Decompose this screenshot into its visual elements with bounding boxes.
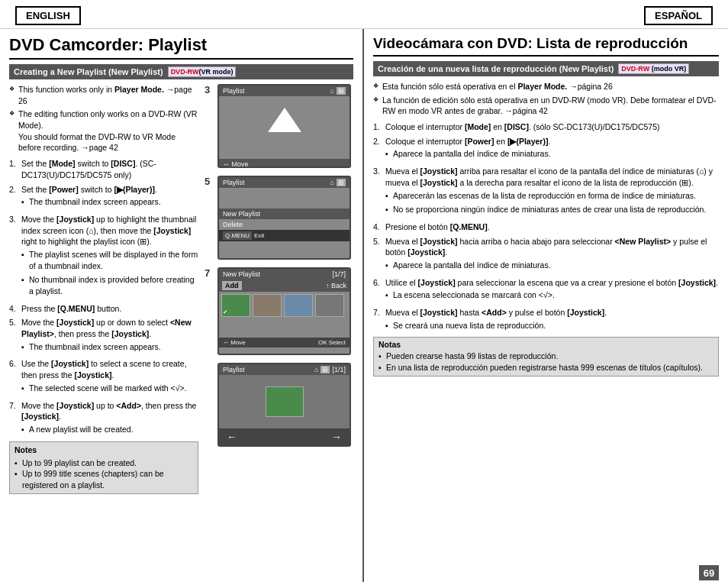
main-content: DVD Camcorder: Playlist Creating a New P… bbox=[0, 29, 728, 582]
screen7-footer: ↔ Move OK Select bbox=[219, 338, 350, 347]
sp-icon2: ⊞ bbox=[321, 366, 330, 373]
sp-header: Playlist ⌂ ⊞ [1/1] bbox=[219, 364, 350, 375]
screen5-icon2: ⊞ bbox=[337, 179, 346, 186]
step3-row: 3 Playlist ⌂ ⊞ bbox=[205, 84, 353, 173]
screen7-add-btn: Add bbox=[222, 281, 242, 290]
screen7-move-label: ↔ Move bbox=[223, 339, 246, 346]
sp-left-arrow: ← bbox=[227, 431, 237, 443]
left-column: DVD Camcorder: Playlist Creating a New P… bbox=[0, 29, 364, 582]
screen3-move-label: ↔ Move bbox=[223, 160, 249, 168]
bullet-list-en: This function works only in Player Mode.… bbox=[9, 84, 198, 154]
screen3-icon1: ⌂ bbox=[330, 87, 334, 95]
mode-badge-en: DVD-RW(VR mode) bbox=[168, 66, 237, 77]
notes-list-en: Up to 99 playlist can be created. Up to … bbox=[14, 457, 193, 491]
note-en-2: Up to 999 title scenes (chapters) can be… bbox=[14, 468, 193, 490]
bullet-es-2: La función de edición sólo está operativ… bbox=[373, 95, 719, 117]
screen7-back-btn: ↑ Back bbox=[326, 282, 346, 289]
section-header-es: Creación de una nueva lista de reproducc… bbox=[373, 61, 719, 76]
bullet-es-1: Esta función sólo está operativa en el P… bbox=[373, 81, 719, 92]
section-header-en: Creating a New Playlist (New Playlist) D… bbox=[9, 64, 353, 79]
screen3-footer: ↔ Move bbox=[219, 159, 350, 168]
screen5-delete: Delete bbox=[219, 219, 350, 230]
lang-english: ENGLISH bbox=[15, 6, 81, 25]
screen7-thumbnails: ✓ bbox=[219, 292, 350, 338]
screen5-new-playlist: New Playlist bbox=[219, 208, 350, 219]
screen3-playlist-label: Playlist bbox=[223, 87, 245, 95]
thumb-3 bbox=[284, 294, 313, 317]
step-es-7: 7. Mueva el [Joystick] hasta <Add> y pul… bbox=[373, 307, 719, 334]
step-en-5: 5. Move the [Joystick] up or down to sel… bbox=[9, 317, 198, 355]
final-screen-row: x Playlist ⌂ ⊞ [1/1] bbox=[205, 363, 353, 451]
screen-area-en: 3 Playlist ⌂ ⊞ bbox=[205, 84, 353, 494]
sp-thumb bbox=[266, 386, 304, 417]
step-es-5: 5. Mueva el [Joystick] hacia arriba o ha… bbox=[373, 236, 719, 274]
sp-nav-footer: ← → bbox=[219, 428, 350, 445]
note-en-1: Up to 99 playlist can be created. bbox=[14, 457, 193, 469]
screen5-body: New Playlist Delete bbox=[219, 188, 350, 230]
text-area-en: This function works only in Player Mode.… bbox=[9, 84, 198, 494]
page-number: 69 bbox=[699, 565, 719, 580]
page-title-es: Videocámara con DVD: Lista de reproducci… bbox=[373, 35, 719, 57]
screen5-exit-label: Exit bbox=[254, 232, 264, 239]
nota-es-2: En una lista de reproducción pueden regi… bbox=[378, 362, 714, 373]
notas-title-es: Notas bbox=[378, 340, 714, 349]
screen-playlist: Playlist ⌂ ⊞ [1/1] ← → bbox=[217, 363, 351, 447]
notas-list-es: Pueden crearse hasta 99 listas de reprod… bbox=[378, 351, 714, 373]
thumb-2 bbox=[253, 294, 282, 317]
step-en-3: 3. Move the [Joystick] up to highlight t… bbox=[9, 214, 198, 300]
screen-3: Playlist ⌂ ⊞ ↔ Move bbox=[217, 84, 351, 168]
step7-row: 7 New Playlist [1/7] Add ↑ Back ✓ bbox=[205, 267, 353, 360]
screen7-header: New Playlist [1/7] bbox=[219, 269, 350, 280]
mode-badge-es: DVD-RW (modo VR) bbox=[618, 63, 689, 74]
screen3-body bbox=[219, 96, 350, 159]
steps-list-es: 1. Coloque el interruptor [Mode] en [DIS… bbox=[373, 121, 719, 334]
screen7-new-playlist-label: New Playlist bbox=[223, 270, 260, 278]
screen-5: Playlist ⌂ ⊞ New Playlist Delete bbox=[217, 176, 351, 260]
step3-label: 3 bbox=[205, 84, 215, 95]
step-en-2: 2. Set the [Power] switch to [▶(Player)]… bbox=[9, 184, 198, 211]
step5-label: 5 bbox=[205, 176, 215, 187]
screen5-qmenu-icon: Q.MENU bbox=[223, 231, 252, 240]
bullet-en-1: This function works only in Player Mode.… bbox=[9, 84, 198, 106]
steps-list-en: 1. Set the [Mode] switch to [DISC]. (SC-… bbox=[9, 158, 198, 438]
step5-row: 5 Playlist ⌂ ⊞ New Playlist bbox=[205, 176, 353, 264]
notes-title-en: Notes bbox=[14, 444, 193, 456]
right-column: Videocámara con DVD: Lista de reproducci… bbox=[364, 29, 728, 582]
notas-box-es: Notas Pueden crearse hasta 99 listas de … bbox=[373, 337, 719, 376]
screen-7: New Playlist [1/7] Add ↑ Back ✓ bbox=[217, 267, 351, 355]
sp-right-arrow: → bbox=[331, 431, 342, 443]
step-en-4: 4. Press the [Q.MENU] button. bbox=[9, 303, 198, 315]
step-en-1: 1. Set the [Mode] switch to [DISC]. (SC-… bbox=[9, 158, 198, 180]
screen7-select-label: OK Select bbox=[318, 339, 346, 346]
step-en-7: 7. Move the [Joystick] up to <Add>, then… bbox=[9, 400, 198, 438]
screen5-icon1: ⌂ bbox=[330, 179, 334, 186]
bullet-list-es: Esta función sólo está operativa en el P… bbox=[373, 81, 719, 117]
nota-es-1: Pueden crearse hasta 99 listas de reprod… bbox=[378, 351, 714, 362]
step-en-6: 6. Use the [Joystick] to select a scene … bbox=[9, 358, 198, 396]
sp-counter: [1/1] bbox=[332, 366, 346, 373]
bullet-en-2: The editing function only works on a DVD… bbox=[9, 108, 198, 154]
header: ENGLISH ESPAÑOL bbox=[0, 0, 728, 29]
step-es-6: 6. Utilice el [Joystick] para selecciona… bbox=[373, 277, 719, 304]
sp-body bbox=[219, 375, 350, 428]
thumb-4 bbox=[315, 294, 344, 317]
step-es-1: 1. Coloque el interruptor [Mode] en [DIS… bbox=[373, 121, 719, 133]
screen5-playlist-label: Playlist bbox=[223, 179, 245, 186]
step-es-3: 3. Mueva el [Joystick] arriba para resal… bbox=[373, 166, 719, 218]
screen5-menu: New Playlist Delete bbox=[219, 208, 350, 230]
thumb-1: ✓ bbox=[221, 294, 250, 317]
section-title-en: Creating a New Playlist (New Playlist) bbox=[14, 67, 163, 76]
step-es-4: 4. Presione el botón [Q.MENU]. bbox=[373, 221, 719, 233]
section-title-es: Creación de una nueva lista de reproducc… bbox=[378, 64, 614, 73]
notes-box-en: Notes Up to 99 playlist can be created. … bbox=[9, 441, 198, 494]
content-body-en: This function works only in Player Mode.… bbox=[9, 84, 353, 494]
page-title-en: DVD Camcorder: Playlist bbox=[9, 35, 353, 60]
screen3-header: Playlist ⌂ ⊞ bbox=[219, 86, 350, 96]
step7-label: 7 bbox=[205, 267, 215, 279]
screen3-icon2: ⊞ bbox=[337, 87, 346, 95]
sp-icon1: ⌂ bbox=[314, 366, 318, 373]
screen5-qmenu: Q.MENU Exit bbox=[219, 230, 350, 241]
triangle-icon bbox=[268, 108, 301, 132]
screen7-counter: [1/7] bbox=[332, 270, 346, 278]
screen7-add-row: Add ↑ Back bbox=[219, 280, 350, 292]
